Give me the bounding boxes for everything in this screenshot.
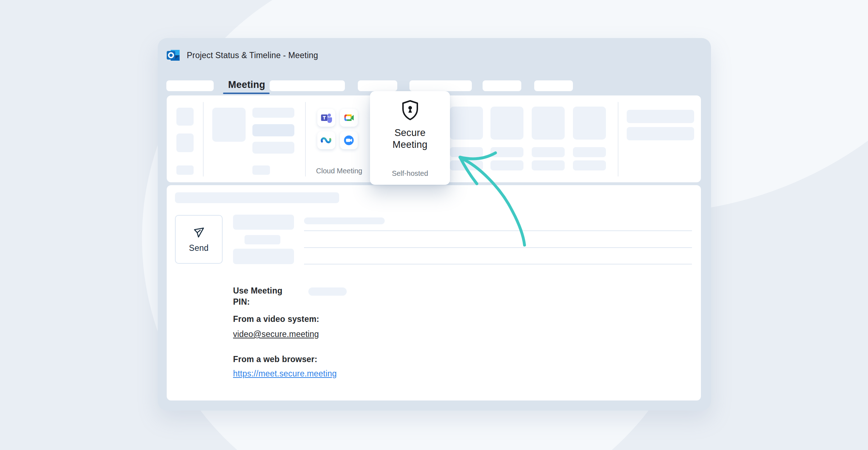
ribbon-bar-placeholder <box>532 147 565 157</box>
ribbon-label-placeholder <box>176 165 194 175</box>
meeting-url-link[interactable]: https://meet.secure.meeting <box>233 369 337 379</box>
video-system-address: video@secure.meeting <box>233 329 319 339</box>
outlook-window: Project Status & Timeline - Meeting Meet… <box>158 38 711 411</box>
ribbon-button-placeholder <box>212 108 246 142</box>
title-bar: Project Status & Timeline - Meeting <box>166 48 318 62</box>
subject-placeholder <box>175 192 339 203</box>
recipient-placeholder <box>304 217 385 224</box>
ribbon-group-divider <box>203 102 204 177</box>
cloud-meeting-group-label: Cloud Meeting <box>312 167 366 175</box>
tab-meeting-label: Meeting <box>228 79 265 90</box>
page-background: Project Status & Timeline - Meeting Meet… <box>0 0 868 450</box>
ribbon-button-placeholder <box>176 108 194 126</box>
secure-meeting-addin-button[interactable]: Secure Meeting Self-hosted <box>370 91 450 185</box>
form-field-line <box>304 247 692 248</box>
google-meet-icon <box>343 112 355 124</box>
web-browser-label: From a web browser: <box>233 355 317 364</box>
field-placeholder <box>233 249 294 264</box>
ribbon-button-placeholder <box>573 107 606 140</box>
ribbon-bar-placeholder <box>252 124 294 136</box>
ribbon-bar-placeholder <box>450 147 483 157</box>
ribbon-group-divider <box>305 102 306 177</box>
popup-subtitle: Self-hosted <box>370 169 450 178</box>
webex-icon <box>320 134 332 146</box>
microsoft-teams-icon <box>320 112 332 124</box>
outlook-logo-icon <box>166 48 181 62</box>
send-button[interactable]: Send <box>175 215 223 264</box>
form-field-line <box>304 264 692 264</box>
window-title: Project Status & Timeline - Meeting <box>187 51 318 60</box>
form-field-line <box>304 230 692 231</box>
active-tab-underline <box>223 93 270 94</box>
ribbon-button-placeholder <box>176 133 194 152</box>
ribbon-button-placeholder <box>532 107 565 140</box>
tab-placeholder[interactable] <box>358 80 397 91</box>
ribbon-bar-placeholder <box>573 160 606 170</box>
tab-meeting[interactable]: Meeting <box>223 78 270 91</box>
ribbon-bar-placeholder <box>627 127 694 140</box>
tab-placeholder[interactable] <box>483 80 521 91</box>
ribbon-button-placeholder <box>450 107 483 140</box>
video-system-label: From a video system: <box>233 314 319 324</box>
pin-value-placeholder <box>308 287 347 296</box>
ribbon-bar-placeholder <box>252 142 294 154</box>
cloud-meeting-teams-button[interactable] <box>317 109 335 127</box>
shield-lock-icon <box>402 100 419 121</box>
ribbon-bar-placeholder <box>627 110 694 123</box>
ribbon-group-divider <box>618 102 618 177</box>
send-button-label: Send <box>189 243 209 253</box>
ribbon-bar-placeholder <box>573 147 606 157</box>
ribbon-bar-placeholder <box>490 160 523 170</box>
ribbon-bar-placeholder <box>450 160 483 170</box>
field-placeholder <box>233 215 294 230</box>
popup-title: Secure Meeting <box>381 127 439 151</box>
cloud-meeting-google-meet-button[interactable] <box>340 109 358 127</box>
compose-area: Send Use Meeting PIN: From a video syste… <box>167 185 701 400</box>
ribbon-bar-placeholder <box>252 108 294 118</box>
tab-placeholder[interactable] <box>166 80 214 91</box>
cloud-meeting-zoom-button[interactable] <box>340 131 358 149</box>
cloud-meeting-webex-button[interactable] <box>317 131 335 149</box>
zoom-icon <box>343 134 355 146</box>
ribbon-button-placeholder <box>490 107 523 140</box>
tab-placeholder[interactable] <box>409 80 472 91</box>
send-icon <box>193 226 205 239</box>
tab-placeholder[interactable] <box>270 80 345 91</box>
ribbon-label-placeholder <box>252 165 270 175</box>
ribbon-bar-placeholder <box>490 147 523 157</box>
tab-placeholder[interactable] <box>534 80 573 91</box>
meeting-pin-label: Use Meeting PIN: <box>233 285 301 308</box>
field-placeholder <box>245 235 280 244</box>
ribbon-bar-placeholder <box>532 160 565 170</box>
